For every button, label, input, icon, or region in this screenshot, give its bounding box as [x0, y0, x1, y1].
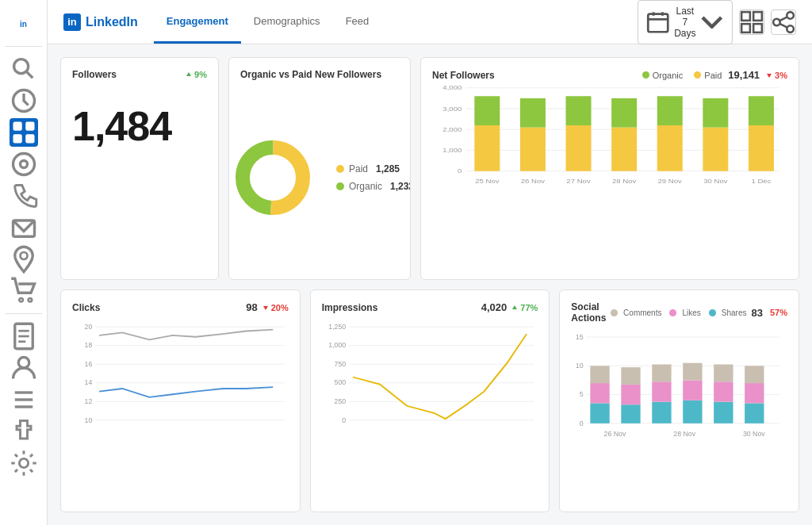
svg-rect-104: [622, 385, 641, 404]
header-actions: Last 7 Days: [638, 0, 796, 44]
sidebar-icon-location[interactable]: [10, 245, 38, 274]
donut-content: Paid 1,285 Organic 1,232: [240, 86, 399, 268]
clicks-badge: 20%: [262, 303, 289, 312]
sidebar-icon-active[interactable]: [10, 118, 38, 147]
svg-rect-100: [591, 403, 610, 423]
impressions-value: 4,020: [481, 301, 508, 313]
sidebar-icon-analytics[interactable]: [10, 150, 38, 178]
social-actions-title: Social Actions: [571, 301, 611, 324]
donut-legend: Paid 1,285 Organic 1,232: [336, 163, 411, 192]
organic-paid-card: Organic vs Paid New Followers: [228, 57, 411, 280]
svg-rect-115: [745, 403, 764, 423]
sidebar-icon-mail[interactable]: [10, 213, 38, 242]
organic-dot: [336, 182, 344, 190]
svg-line-33: [780, 17, 787, 20]
net-followers-value: 19,141: [728, 69, 760, 81]
organic-legend-item: Organic 1,232: [336, 181, 411, 192]
svg-rect-101: [591, 383, 610, 403]
svg-text:3,000: 3,000: [442, 105, 462, 112]
clicks-card: Clicks 98 20%: [60, 289, 301, 512]
svg-rect-6: [25, 134, 34, 143]
svg-text:15: 15: [576, 333, 584, 341]
svg-rect-106: [653, 402, 672, 423]
tab-feed[interactable]: Feed: [333, 1, 382, 44]
net-paid-legend: Paid: [694, 71, 722, 80]
svg-text:750: 750: [334, 360, 346, 368]
share-button[interactable]: [771, 10, 796, 35]
svg-rect-52: [566, 96, 592, 125]
bottom-row: Clicks 98 20%: [60, 289, 799, 512]
svg-rect-102: [591, 366, 610, 383]
sidebar-icon-search[interactable]: [10, 55, 38, 83]
svg-text:1,250: 1,250: [328, 323, 346, 331]
sidebar-icon-person[interactable]: [10, 354, 38, 382]
svg-text:12: 12: [85, 397, 93, 405]
net-followers-card: Net Followers Organic Paid: [420, 57, 799, 280]
svg-line-1: [26, 71, 33, 78]
svg-text:26 Nov: 26 Nov: [521, 178, 546, 185]
svg-text:1,000: 1,000: [442, 147, 462, 154]
tab-engagement[interactable]: Engagement: [154, 1, 241, 44]
net-legend: Organic Paid: [642, 71, 722, 80]
svg-text:0: 0: [342, 416, 346, 424]
svg-rect-116: [745, 383, 764, 403]
svg-rect-103: [622, 404, 641, 423]
net-paid-label: Paid: [704, 71, 722, 80]
net-followers-chart: 4,000 3,000 2,000 1,000 0: [432, 81, 787, 268]
svg-rect-112: [714, 402, 733, 423]
likes-dot: [669, 309, 676, 316]
svg-rect-105: [622, 367, 641, 385]
svg-text:10: 10: [576, 362, 584, 370]
svg-point-17: [18, 358, 29, 369]
svg-text:20: 20: [85, 323, 93, 331]
arrow-up-icon: [186, 71, 192, 78]
svg-text:18: 18: [85, 342, 93, 350]
header: in LinkedIn Engagement Demographics Feed…: [48, 0, 812, 44]
paid-legend-item: Paid 1,285: [336, 163, 411, 174]
svg-rect-22: [648, 13, 668, 32]
sidebar-icon-cart[interactable]: [10, 277, 38, 305]
impressions-card: Impressions 4,020 77%: [310, 289, 550, 512]
sidebar-icon-logo[interactable]: in: [10, 10, 38, 38]
clicks-arrow-icon: [262, 305, 269, 311]
svg-text:25 Nov: 25 Nov: [475, 178, 500, 185]
svg-text:5: 5: [580, 391, 584, 399]
sidebar-icon-plugin[interactable]: [10, 417, 38, 446]
paid-label: Paid: [349, 163, 368, 174]
sidebar-icon-clock[interactable]: [10, 86, 38, 115]
chevron-down-icon: [700, 15, 724, 29]
grid-view-button[interactable]: [739, 10, 764, 35]
impressions-title: Impressions: [322, 302, 378, 313]
sidebar-icon-list[interactable]: [10, 385, 38, 414]
clicks-value: 98: [246, 301, 257, 313]
likes-label: Likes: [682, 308, 700, 317]
svg-rect-29: [753, 24, 762, 33]
svg-rect-51: [566, 125, 592, 171]
impressions-chart: 1,250 1,000 750 500 250 0: [322, 320, 538, 500]
likes-legend: Likes: [669, 308, 700, 317]
sidebar-icon-settings[interactable]: [10, 449, 38, 477]
svg-rect-111: [684, 363, 703, 381]
net-followers-badge: 3%: [766, 71, 787, 80]
arrow-down-icon: [766, 72, 772, 79]
impressions-badge: 77%: [511, 303, 538, 312]
svg-text:2,000: 2,000: [442, 126, 462, 133]
svg-rect-108: [653, 365, 672, 382]
impressions-arrow-icon: [511, 305, 518, 311]
sidebar-icon-report[interactable]: [10, 322, 38, 351]
svg-rect-110: [684, 380, 703, 400]
svg-rect-49: [520, 128, 546, 171]
donut-chart: [228, 130, 320, 225]
svg-text:0: 0: [580, 420, 584, 427]
svg-point-8: [20, 161, 27, 168]
tab-demographics[interactable]: Demographics: [241, 1, 333, 44]
shares-label: Shares: [722, 308, 747, 317]
shares-legend: Shares: [709, 308, 747, 317]
sidebar-icon-phone[interactable]: [10, 182, 38, 210]
date-range-button[interactable]: Last 7 Days: [638, 0, 733, 44]
net-organic-label: Organic: [653, 71, 684, 80]
svg-text:27 Nov: 27 Nov: [566, 178, 591, 185]
svg-point-11: [19, 298, 23, 302]
social-actions-value: 83: [752, 307, 763, 319]
comments-dot: [611, 309, 618, 316]
